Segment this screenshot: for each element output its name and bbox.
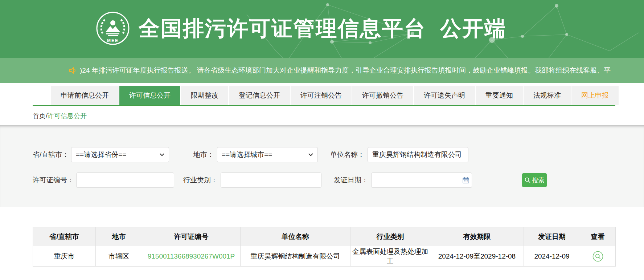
view-magnifier-icon[interactable] — [592, 251, 603, 262]
tab-revocation-notice[interactable]: 许可撤销公告 — [352, 86, 413, 105]
header-issue-date: 发证日期 — [524, 227, 580, 246]
cell-city: 市辖区 — [96, 246, 142, 267]
tab-pre-application-info[interactable]: 申请前信息公开 — [51, 86, 119, 105]
tab-online-declaration[interactable]: 网上申报 — [571, 86, 619, 105]
search-form: 省/直辖市： ==请选择省份== 地市： ==请选择城市== 单位名称： 许可证… — [0, 125, 644, 207]
industry-input[interactable] — [221, 173, 321, 188]
issue-date-label: 发证日期： — [321, 175, 368, 185]
province-select-value: ==请选择省份== — [76, 150, 126, 159]
header-permit-number: 许可证编号 — [142, 227, 241, 246]
tab-regulations[interactable]: 法规标准 — [524, 86, 571, 105]
company-name-input[interactable] — [368, 147, 468, 162]
breadcrumb-home-link[interactable]: 首页 — [33, 112, 46, 119]
province-select[interactable]: ==请选择省份== — [71, 147, 169, 162]
city-label: 地市： — [169, 150, 214, 159]
search-icon — [525, 177, 530, 183]
city-select[interactable]: ==请选择城市== — [217, 147, 318, 162]
cell-validity-period: 2024-12-09至2029-12-08 — [430, 246, 524, 267]
header-company-name: 单位名称 — [241, 227, 350, 246]
results-table: 省/直辖市 地市 许可证编号 单位名称 行业类别 有效期限 发证日期 查看 重庆… — [33, 227, 616, 267]
mee-logo-icon: MEE — [95, 11, 130, 46]
calendar-icon[interactable] — [463, 177, 469, 183]
cell-permit-number-link[interactable]: 91500113668930267W001P — [142, 246, 241, 267]
tab-bar-container: 申请前信息公开 许可信息公开 限期整改 登记信息公开 许可注销公告 许可撤销公告… — [0, 83, 644, 106]
header-city: 地市 — [96, 227, 142, 246]
company-name-label: 单位名称： — [318, 150, 365, 159]
form-row-1: 省/直辖市： ==请选择省份== 地市： ==请选择城市== 单位名称： — [0, 147, 644, 162]
chevron-down-icon — [308, 153, 313, 156]
results-table-container: 省/直辖市 地市 许可证编号 单位名称 行业类别 有效期限 发证日期 查看 重庆… — [33, 227, 615, 267]
permit-number-label: 许可证编号： — [33, 175, 73, 185]
tab-cancellation-notice[interactable]: 许可注销公告 — [291, 86, 352, 105]
cell-province: 重庆市 — [33, 246, 96, 267]
tab-deadline-rectification[interactable]: 限期整改 — [181, 86, 228, 105]
header-industry: 行业类别 — [350, 227, 430, 246]
tab-permit-info[interactable]: 许可信息公开 — [119, 86, 180, 105]
header-view: 查看 — [580, 227, 616, 246]
tab-important-notice[interactable]: 重要通知 — [476, 86, 523, 105]
cell-view — [580, 246, 616, 267]
search-button[interactable]: 搜索 — [522, 173, 547, 187]
chevron-down-icon — [160, 153, 164, 156]
site-title: 全国排污许可证管理信息平台 公开端 — [139, 15, 506, 43]
tab-bar: 申请前信息公开 许可信息公开 限期整改 登记信息公开 许可注销公告 许可撤销公告… — [33, 86, 615, 106]
speaker-icon — [68, 66, 77, 75]
city-select-value: ==请选择城市== — [222, 150, 272, 159]
announcement-bar: )24 年排污许可证年度执行报告报送。 请各省级生态环境部门加大对企业提醒和指导… — [0, 58, 644, 83]
site-header: MEE 全国排污许可证管理信息平台 公开端 — [0, 0, 644, 58]
announcement-text: )24 年排污许可证年度执行报告报送。 请各省级生态环境部门加大对企业提醒和指导… — [80, 66, 611, 75]
province-label: 省/直辖市： — [33, 150, 68, 159]
breadcrumb: 首页/许可信息公开 — [0, 106, 644, 125]
industry-label: 行业类别： — [174, 175, 218, 185]
tab-loss-statement[interactable]: 许可遗失声明 — [414, 86, 475, 105]
search-button-label: 搜索 — [532, 176, 545, 184]
header-validity-period: 有效期限 — [430, 227, 524, 246]
cell-company-name: 重庆昊辉钢结构制造有限公司 — [241, 246, 350, 267]
tab-registration-info[interactable]: 登记信息公开 — [229, 86, 290, 105]
table-header-row: 省/直辖市 地市 许可证编号 单位名称 行业类别 有效期限 发证日期 查看 — [33, 227, 616, 246]
permit-number-input[interactable] — [76, 173, 174, 188]
breadcrumb-current: 许可信息公开 — [48, 112, 87, 119]
svg-text:MEE: MEE — [107, 38, 119, 43]
header-province: 省/直辖市 — [33, 227, 96, 246]
table-row: 重庆市 市辖区 91500113668930267W001P 重庆昊辉钢结构制造… — [33, 246, 616, 267]
cell-issue-date: 2024-12-09 — [524, 246, 580, 267]
form-row-2: 许可证编号： 行业类别： 发证日期： 搜索 — [0, 173, 644, 188]
cell-industry: 金属表面处理及热处理加工 — [350, 246, 430, 267]
issue-date-field — [371, 173, 472, 188]
issue-date-input[interactable] — [371, 173, 472, 188]
